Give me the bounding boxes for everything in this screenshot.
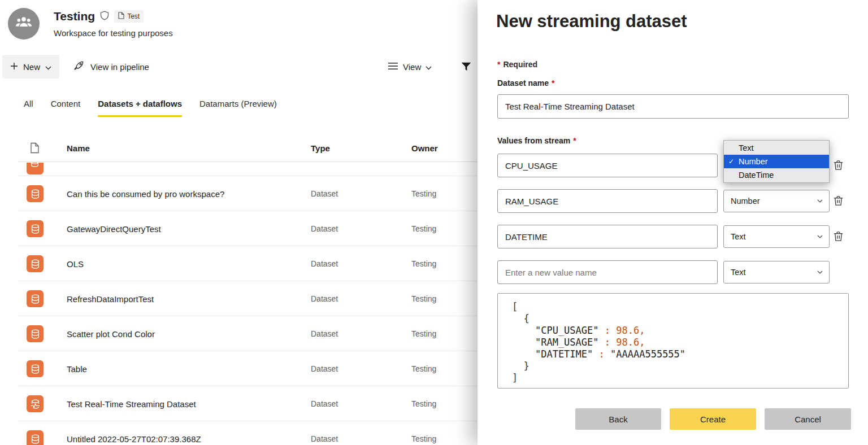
value-type-selected: Number [731, 197, 760, 206]
json-preview-line: [ [512, 301, 848, 313]
dropdown-option-number[interactable]: ✓Number [724, 155, 829, 168]
value-name-input[interactable] [497, 260, 718, 284]
value-type-select[interactable]: Text [723, 261, 830, 283]
view-in-pipeline-button[interactable]: View in pipeline [73, 55, 149, 78]
trash-icon [832, 195, 844, 208]
dataset-owner-cell: Testing [411, 364, 436, 373]
people-icon [14, 13, 33, 34]
column-header-type[interactable]: Type [311, 143, 330, 153]
table-row[interactable]: Can this be consumed by pro workspace?Da… [0, 176, 478, 211]
values-from-stream-label: Values from stream * [497, 136, 576, 145]
required-asterisk: * [552, 78, 554, 88]
streaming-dataset-icon [27, 395, 44, 412]
value-name-input[interactable] [497, 189, 718, 213]
tab-all[interactable]: All [24, 98, 33, 117]
filter-button[interactable] [458, 59, 475, 76]
workspace-title: Testing [54, 10, 95, 23]
json-preview-line: "DATETIME" : "AAAAA555555" [512, 348, 848, 360]
dataset-icon [27, 163, 44, 174]
dataset-type-cell: Dataset [311, 224, 411, 233]
dataset-owner-cell: Testing [411, 189, 436, 198]
value-type-dropdown-open: Text✓NumberDateTime [723, 140, 830, 183]
dataset-icon [27, 360, 44, 377]
column-header-owner[interactable]: Owner [411, 143, 438, 153]
tab-content[interactable]: Content [51, 98, 81, 117]
delete-value-button[interactable] [832, 195, 845, 208]
dataset-icon [27, 255, 44, 272]
workspace-test-badge: Test [114, 10, 144, 23]
filter-funnel-icon [460, 60, 472, 75]
dataset-icon [27, 290, 44, 307]
dropdown-option-datetime[interactable]: DateTime [724, 168, 829, 182]
dataset-name-cell[interactable]: RefreshDataImportTest [67, 294, 311, 304]
trash-icon [832, 230, 844, 243]
tab-datamarts-preview[interactable]: Datamarts (Preview) [199, 98, 277, 117]
table-row-partial[interactable] [0, 163, 478, 176]
chevron-down-icon [426, 62, 432, 72]
dataset-name-cell[interactable]: OLS [67, 259, 311, 269]
dataset-name-label: Dataset name * [497, 78, 555, 88]
value-name-input[interactable] [497, 154, 718, 177]
value-type-selected: Text [731, 268, 746, 277]
table-row[interactable]: OLSDatasetTesting [0, 246, 478, 281]
dataset-name-cell[interactable]: Can this be consumed by pro workspace? [67, 189, 311, 199]
dataset-owner-cell: Testing [411, 224, 436, 233]
json-preview-line: "CPU_USAGE" : 98.6, [512, 325, 848, 337]
stream-value-row: Text [497, 260, 849, 284]
delete-value-button[interactable] [832, 230, 845, 243]
value-type-selected: Text [731, 232, 746, 241]
value-name-input[interactable] [497, 225, 718, 248]
table-row[interactable]: GatewayDirectQueryTestDatasetTesting [0, 211, 478, 246]
content-tabs: AllContentDatasets + dataflowsDatamarts … [24, 98, 277, 117]
dataset-name-cell[interactable]: Test Real-Time Streaming Dataset [67, 399, 311, 409]
value-type-select[interactable]: Number [723, 190, 830, 212]
chevron-down-icon [817, 235, 823, 238]
required-note: * Required [497, 60, 537, 69]
table-row[interactable]: Scatter plot Cond ColorDatasetTesting [0, 316, 478, 351]
dropdown-option-text[interactable]: Text [724, 141, 829, 155]
file-type-icon [30, 142, 40, 156]
dataset-name-cell[interactable]: Scatter plot Cond Color [67, 329, 311, 339]
cancel-button[interactable]: Cancel [765, 408, 851, 430]
rocket-icon [73, 60, 85, 73]
workspace-access-icon [100, 11, 109, 23]
workspace-subtitle: Workspace for testing purposes [54, 28, 173, 38]
power-bi-app: Testing Test Workspace for testing purpo… [0, 0, 868, 445]
json-preview-line: "RAM_USAGE" : 98.6, [512, 337, 848, 348]
new-button[interactable]: New [2, 55, 59, 78]
required-asterisk: * [573, 136, 576, 145]
table-row[interactable]: RefreshDataImportTestDatasetTesting [0, 281, 478, 316]
dataset-type-cell: Dataset [311, 434, 411, 443]
table-row[interactable]: Untitled 2022-05-27T02:07:39.368ZDataset… [0, 421, 478, 445]
dataset-name-cell[interactable]: Table [67, 364, 311, 374]
required-asterisk: * [497, 60, 500, 69]
view-in-pipeline-label: View in pipeline [90, 62, 149, 72]
new-button-label: New [23, 62, 40, 72]
workspace-avatar [8, 8, 40, 40]
create-button[interactable]: Create [670, 408, 756, 430]
dataset-owner-cell: Testing [411, 434, 436, 443]
dataset-name-cell[interactable]: Untitled 2022-05-27T02:07:39.368Z [67, 434, 311, 444]
view-menu-button[interactable]: View [388, 55, 432, 78]
chevron-down-icon [817, 199, 823, 203]
delete-value-button[interactable] [832, 159, 845, 172]
stream-value-row: Text [497, 225, 849, 248]
required-label: Required [503, 60, 537, 69]
tab-datasets-dataflows[interactable]: Datasets + dataflows [98, 98, 182, 117]
dataset-owner-cell: Testing [411, 329, 436, 338]
stream-value-row: Number [497, 189, 849, 213]
new-streaming-dataset-panel: New streaming dataset * Required Dataset… [478, 0, 868, 445]
dataset-name-cell[interactable]: GatewayDirectQueryTest [67, 224, 311, 234]
back-button[interactable]: Back [575, 408, 661, 430]
table-row[interactable]: Test Real-Time Streaming DatasetDatasetT… [0, 386, 478, 421]
value-type-select[interactable]: Text [723, 225, 830, 248]
dataset-icon [27, 220, 44, 237]
plus-icon [10, 62, 18, 72]
column-header-name[interactable]: Name [67, 143, 90, 153]
dataset-owner-cell: Testing [411, 259, 436, 268]
dataset-name-input[interactable] [497, 94, 849, 119]
workspace-header: Testing Test Workspace for testing purpo… [8, 8, 173, 40]
panel-title: New streaming dataset [496, 11, 687, 32]
table-row[interactable]: TableDatasetTesting [0, 351, 478, 386]
chevron-down-icon [45, 62, 51, 72]
